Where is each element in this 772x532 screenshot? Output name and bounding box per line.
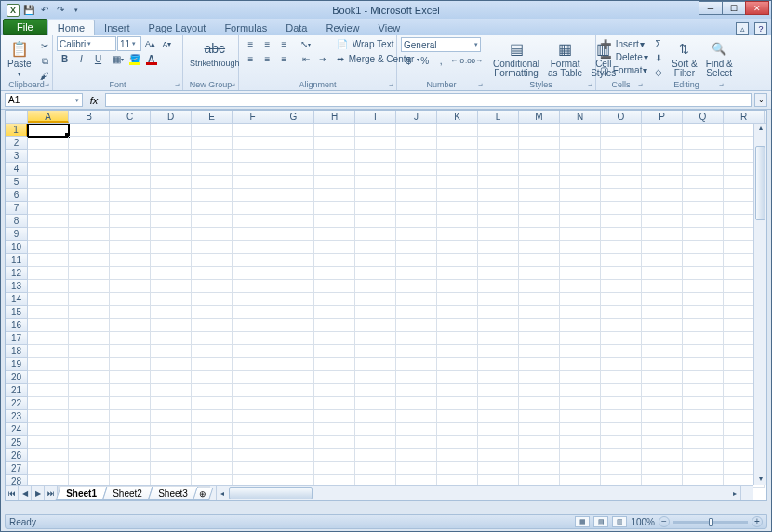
zoom-out-button[interactable]: −	[659, 516, 670, 527]
cell-I21[interactable]	[355, 384, 396, 397]
cell-I14[interactable]	[355, 293, 396, 306]
cell-G1[interactable]	[273, 124, 314, 137]
cell-B17[interactable]	[69, 332, 110, 345]
cell-D16[interactable]	[151, 319, 192, 332]
cell-Q6[interactable]	[683, 189, 724, 202]
cell-K15[interactable]	[437, 306, 478, 319]
formula-input[interactable]	[105, 93, 752, 107]
cell-O7[interactable]	[601, 202, 642, 215]
cell-B10[interactable]	[69, 241, 110, 254]
cell-D19[interactable]	[151, 358, 192, 371]
cell-O5[interactable]	[601, 176, 642, 189]
tab-review[interactable]: Review	[316, 20, 368, 35]
cell-E1[interactable]	[192, 124, 233, 137]
cell-N10[interactable]	[560, 241, 601, 254]
cell-G22[interactable]	[273, 397, 314, 410]
cell-Q27[interactable]	[683, 462, 724, 475]
cell-I12[interactable]	[355, 267, 396, 280]
cell-P27[interactable]	[642, 462, 683, 475]
cell-F18[interactable]	[233, 345, 273, 358]
cell-M11[interactable]	[519, 254, 560, 267]
insert-cells-button[interactable]: ➕ Insert▾	[600, 37, 648, 50]
sheet-tab-2[interactable]: Sheet2	[102, 487, 153, 500]
cell-M26[interactable]	[519, 449, 560, 462]
cell-O22[interactable]	[601, 397, 642, 410]
cell-B3[interactable]	[69, 150, 110, 163]
cell-N16[interactable]	[560, 319, 601, 332]
cell-M14[interactable]	[519, 293, 560, 306]
name-box[interactable]: A1▾	[5, 93, 83, 107]
cell-D21[interactable]	[151, 384, 192, 397]
cell-C23[interactable]	[110, 410, 151, 423]
column-header-B[interactable]: B	[69, 111, 110, 123]
cell-F25[interactable]	[233, 436, 273, 449]
cell-J20[interactable]	[396, 371, 437, 384]
row-header-11[interactable]: 11	[6, 254, 28, 267]
row-header-4[interactable]: 4	[6, 163, 28, 176]
cell-K23[interactable]	[437, 410, 478, 423]
cell-C7[interactable]	[110, 202, 151, 215]
cell-B9[interactable]	[69, 228, 110, 241]
cell-H4[interactable]	[314, 163, 355, 176]
cell-F16[interactable]	[233, 319, 273, 332]
column-header-N[interactable]: N	[560, 111, 601, 123]
cell-E18[interactable]	[192, 345, 233, 358]
cell-C11[interactable]	[110, 254, 151, 267]
cell-D27[interactable]	[151, 462, 192, 475]
cell-C4[interactable]	[110, 163, 151, 176]
normal-view-button[interactable]: ▦	[575, 516, 590, 527]
cell-Q8[interactable]	[683, 215, 724, 228]
cell-L2[interactable]	[478, 137, 519, 150]
row-header-8[interactable]: 8	[6, 215, 28, 228]
column-header-M[interactable]: M	[519, 111, 560, 123]
cell-P9[interactable]	[642, 228, 683, 241]
cell-D3[interactable]	[151, 150, 192, 163]
row-header-16[interactable]: 16	[6, 319, 28, 332]
align-middle-button[interactable]: ≡	[260, 37, 275, 51]
cell-P6[interactable]	[642, 189, 683, 202]
cell-P20[interactable]	[642, 371, 683, 384]
cell-F9[interactable]	[233, 228, 273, 241]
column-header-O[interactable]: O	[601, 111, 642, 123]
font-size-combo[interactable]: 11▾	[117, 36, 141, 51]
cell-Q10[interactable]	[683, 241, 724, 254]
cell-B25[interactable]	[69, 436, 110, 449]
tab-file[interactable]: File	[3, 19, 47, 35]
cell-A5[interactable]	[28, 176, 69, 189]
cell-D17[interactable]	[151, 332, 192, 345]
cell-P21[interactable]	[642, 384, 683, 397]
zoom-in-button[interactable]: +	[752, 516, 763, 527]
cell-F22[interactable]	[233, 397, 273, 410]
cell-P18[interactable]	[642, 345, 683, 358]
expand-formula-bar[interactable]: ⌄	[754, 93, 767, 107]
cell-M15[interactable]	[519, 306, 560, 319]
cell-Q13[interactable]	[683, 280, 724, 293]
cell-A23[interactable]	[28, 410, 69, 423]
cell-J4[interactable]	[396, 163, 437, 176]
cell-E24[interactable]	[192, 423, 233, 436]
cell-Q3[interactable]	[683, 150, 724, 163]
cell-F23[interactable]	[233, 410, 273, 423]
cell-K10[interactable]	[437, 241, 478, 254]
page-break-view-button[interactable]: ▥	[612, 516, 627, 527]
cell-J21[interactable]	[396, 384, 437, 397]
row-header-15[interactable]: 15	[6, 306, 28, 319]
minimize-ribbon-button[interactable]: ▵	[736, 22, 749, 35]
cell-H19[interactable]	[314, 358, 355, 371]
tab-formulas[interactable]: Formulas	[215, 20, 276, 35]
cell-I25[interactable]	[355, 436, 396, 449]
cell-A14[interactable]	[28, 293, 69, 306]
row-header-2[interactable]: 2	[6, 137, 28, 150]
underline-button[interactable]: U	[90, 52, 106, 66]
cell-G2[interactable]	[273, 137, 314, 150]
column-header-C[interactable]: C	[110, 111, 151, 123]
italic-button[interactable]: I	[73, 52, 89, 66]
cell-A18[interactable]	[28, 345, 69, 358]
cell-J5[interactable]	[396, 176, 437, 189]
cell-K25[interactable]	[437, 436, 478, 449]
cell-L24[interactable]	[478, 423, 519, 436]
cell-M25[interactable]	[519, 436, 560, 449]
cell-O8[interactable]	[601, 215, 642, 228]
cell-P15[interactable]	[642, 306, 683, 319]
cell-L27[interactable]	[478, 462, 519, 475]
